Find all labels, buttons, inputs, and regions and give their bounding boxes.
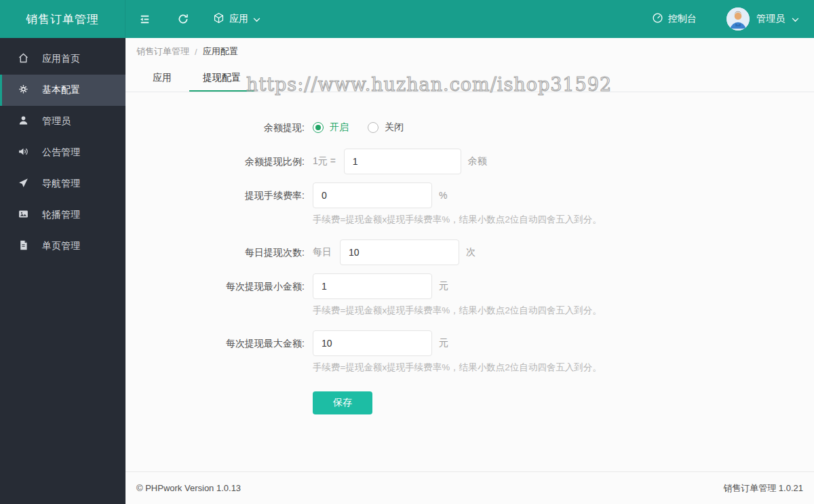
sidebar-collapse-button[interactable] bbox=[125, 0, 164, 38]
field-label: 提现手续费率: bbox=[125, 182, 313, 231]
field-help-text: 手续费=提现金额x提现手续费率%，结果小数点2位自动四舍五入到分。 bbox=[313, 213, 602, 227]
daily-times-input[interactable] bbox=[340, 239, 459, 265]
sidebar-item-single-page[interactable]: 单页管理 bbox=[0, 231, 125, 262]
sidebar-item-label: 单页管理 bbox=[42, 240, 80, 252]
breadcrumb-parent[interactable]: 销售订单管理 bbox=[136, 45, 189, 58]
field-prefix: 1元 = bbox=[313, 155, 336, 168]
field-suffix: 余额 bbox=[468, 155, 487, 168]
withdraw-config-form: 余额提现: 开启 关闭 余额提现比例: 1元 = bbox=[125, 92, 814, 414]
sidebar-item-label: 轮播管理 bbox=[42, 209, 80, 221]
page-icon bbox=[18, 239, 29, 253]
sidebar-item-label: 应用首页 bbox=[42, 53, 80, 65]
footer: © PHPwork Version 1.0.13 销售订单管理 1.0.21 bbox=[125, 471, 814, 504]
top-header: 销售订单管理 应用 bbox=[0, 0, 814, 38]
field-label: 每次提现最小金额: bbox=[125, 273, 313, 322]
console-label: 控制台 bbox=[668, 13, 697, 25]
refresh-button[interactable] bbox=[164, 0, 202, 38]
sidebar-item-label: 导航管理 bbox=[42, 178, 80, 190]
refresh-icon bbox=[177, 13, 189, 25]
min-amount-input[interactable] bbox=[313, 273, 432, 299]
sidebar-item-label: 管理员 bbox=[42, 115, 71, 128]
app-title: 销售订单管理 bbox=[0, 0, 125, 38]
chevron-down-icon bbox=[253, 14, 260, 24]
breadcrumb-current: 应用配置 bbox=[203, 45, 238, 58]
carousel-icon bbox=[18, 208, 29, 222]
field-withdraw-ratio: 余额提现比例: 1元 = 余额 bbox=[125, 149, 814, 174]
field-suffix: 次 bbox=[466, 246, 476, 258]
breadcrumb: 销售订单管理 / 应用配置 bbox=[125, 38, 814, 65]
home-icon bbox=[18, 52, 29, 66]
tab-app[interactable]: 应用 bbox=[139, 65, 185, 92]
footer-version-left: © PHPwork Version 1.0.13 bbox=[136, 483, 241, 493]
user-icon bbox=[18, 115, 29, 128]
user-dropdown[interactable]: 管理员 bbox=[709, 7, 799, 31]
radio-on-icon bbox=[313, 122, 324, 133]
radio-disable-label: 关闭 bbox=[385, 121, 404, 134]
field-label: 每日提现次数: bbox=[125, 239, 313, 265]
console-link[interactable]: 控制台 bbox=[640, 12, 709, 26]
radio-off-icon bbox=[368, 122, 379, 133]
collapse-icon bbox=[138, 13, 151, 26]
tab-bar: 应用 提现配置 bbox=[125, 65, 814, 92]
field-suffix: % bbox=[439, 190, 447, 201]
sidebar-item-navigation[interactable]: 导航管理 bbox=[0, 168, 125, 199]
sidebar-item-app-home[interactable]: 应用首页 bbox=[0, 43, 125, 75]
field-suffix: 元 bbox=[439, 337, 448, 349]
sidebar-item-announcements[interactable]: 公告管理 bbox=[0, 137, 125, 168]
footer-version-right: 销售订单管理 1.0.21 bbox=[723, 482, 803, 495]
field-label: 每次提现最大金额: bbox=[125, 330, 313, 379]
avatar bbox=[726, 7, 750, 31]
fee-rate-input[interactable] bbox=[313, 182, 432, 208]
sidebar-item-carousel[interactable]: 轮播管理 bbox=[0, 199, 125, 231]
cube-icon bbox=[213, 12, 225, 26]
navigation-icon bbox=[18, 177, 29, 191]
max-amount-input[interactable] bbox=[313, 330, 432, 356]
field-label: 余额提现: bbox=[125, 115, 313, 140]
withdraw-ratio-input[interactable] bbox=[344, 149, 461, 174]
field-suffix: 元 bbox=[439, 280, 448, 292]
sidebar-item-label: 公告管理 bbox=[42, 147, 80, 159]
sidebar-item-label: 基本配置 bbox=[42, 84, 80, 96]
field-prefix: 每日 bbox=[313, 246, 332, 258]
radio-disable[interactable]: 关闭 bbox=[368, 121, 404, 134]
field-fee-rate: 提现手续费率: % 手续费=提现金额x提现手续费率%，结果小数点2位自动四舍五入… bbox=[125, 182, 814, 231]
field-balance-withdraw: 余额提现: 开启 关闭 bbox=[125, 115, 814, 140]
app-dropdown-label: 应用 bbox=[229, 13, 248, 25]
field-max-amount: 每次提现最大金额: 元 手续费=提现金额x提现手续费率%，结果小数点2位自动四舍… bbox=[125, 330, 814, 379]
radio-enable[interactable]: 开启 bbox=[313, 121, 349, 134]
gear-icon bbox=[18, 83, 29, 97]
field-help-text: 手续费=提现金额x提现手续费率%，结果小数点2位自动四舍五入到分。 bbox=[313, 361, 602, 374]
tab-withdraw-config[interactable]: 提现配置 bbox=[189, 65, 254, 92]
chevron-down-icon bbox=[792, 14, 799, 24]
radio-enable-label: 开启 bbox=[330, 121, 349, 134]
announcement-icon bbox=[18, 146, 29, 159]
field-help-text: 手续费=提现金额x提现手续费率%，结果小数点2位自动四舍五入到分。 bbox=[313, 304, 602, 317]
sidebar-nav: 应用首页 基本配置 管理员 bbox=[0, 38, 125, 504]
user-name-label: 管理员 bbox=[756, 13, 785, 25]
field-label: 余额提现比例: bbox=[125, 149, 313, 174]
field-min-amount: 每次提现最小金额: 元 手续费=提现金额x提现手续费率%，结果小数点2位自动四舍… bbox=[125, 273, 814, 322]
dashboard-icon bbox=[652, 12, 663, 26]
main-content: https://www.huzhan.com/ishop31592 销售订单管理… bbox=[125, 38, 814, 504]
sidebar-item-basic-config[interactable]: 基本配置 bbox=[0, 75, 125, 106]
field-daily-times: 每日提现次数: 每日 次 bbox=[125, 239, 814, 265]
app-dropdown[interactable]: 应用 bbox=[202, 0, 271, 38]
breadcrumb-separator: / bbox=[195, 47, 197, 57]
sidebar-item-admins[interactable]: 管理员 bbox=[0, 106, 125, 137]
save-button[interactable]: 保存 bbox=[313, 391, 372, 414]
